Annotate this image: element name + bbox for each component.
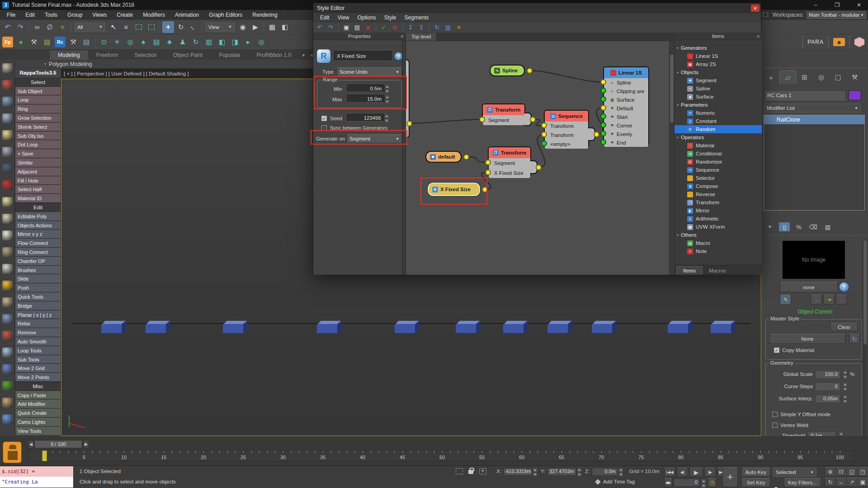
time-configuration-icon[interactable]: ◷ <box>708 478 717 487</box>
lister-icon[interactable]: ▤ <box>151 36 162 48</box>
undo-icon[interactable]: ↶ <box>2 21 14 33</box>
maximize-viewport-icon[interactable]: ▣ <box>857 478 868 487</box>
x-coordinate-field[interactable]: -610.3318m <box>503 468 532 476</box>
se-delete-icon[interactable]: × <box>363 23 373 32</box>
left-dock-icon-21[interactable] <box>2 398 13 408</box>
rappatools-button-view-tools[interactable]: View Tools <box>15 427 61 436</box>
screenshot-icon[interactable]: ◉ <box>833 38 845 46</box>
forest-tools-icon[interactable]: ⚒ <box>28 36 40 48</box>
se-refresh-icon[interactable]: ↻ <box>433 23 442 32</box>
node-linear1s-input-spline[interactable] <box>600 79 606 85</box>
rappatools-button-loop[interactable]: Loop <box>15 95 61 104</box>
items-category-generators[interactable]: ▾Generators <box>675 44 762 52</box>
close-button[interactable]: ✕ <box>854 2 863 8</box>
seed-checkbox[interactable]: ✓ <box>321 116 327 121</box>
rappatools-button-chamfer-op[interactable]: Chamfer OP <box>15 257 61 266</box>
master-style-none-button[interactable]: None <box>769 334 845 344</box>
node-sequence-output-port[interactable] <box>594 131 599 137</box>
node-linear1s[interactable]: ◌Linear 1S∿Spline∿Clipping are▦Surface⚑D… <box>603 66 649 146</box>
tab-freeform[interactable]: Freeform <box>88 51 127 60</box>
key-filters-button[interactable]: Key Filters... <box>784 478 821 487</box>
left-dock-icon-22[interactable] <box>2 414 13 424</box>
map-button[interactable]: none <box>780 282 838 292</box>
rappatools-button-shrink-select[interactable]: Shrink Select <box>15 122 61 131</box>
items-item-randomize[interactable]: ⚂Randomize <box>675 158 762 166</box>
node-sequence-input-transform[interactable] <box>541 131 547 137</box>
items-item-note[interactable]: ≡Note <box>675 247 762 255</box>
se-export-icon[interactable]: ↥ <box>417 23 426 32</box>
tab-proribbon-1-0[interactable]: ProRibbon 1.0 <box>249 51 300 60</box>
pan-icon[interactable]: ↔ <box>835 478 847 487</box>
railclone-icon[interactable]: Rc <box>54 36 66 48</box>
seed-field[interactable]: 123456 <box>347 114 384 122</box>
se-paste-icon[interactable]: ▤ <box>353 23 362 32</box>
style-editor-title-bar[interactable]: Style Editor ✕ <box>313 3 761 13</box>
items-category-parameters[interactable]: ▾Parameters <box>675 101 762 109</box>
seed-spinner[interactable]: ▲▼ <box>384 114 389 122</box>
node-transform2[interactable]: ❒TransformSegmentX Fixed Size <box>488 146 531 177</box>
se-menu-style[interactable]: Style <box>380 14 401 21</box>
use-pivot-center-icon[interactable]: ◉ <box>237 21 249 33</box>
left-dock-icon-9[interactable] <box>2 197 13 207</box>
se-menu-edit[interactable]: Edit <box>316 14 334 21</box>
para-button[interactable]: PARA <box>807 39 824 45</box>
rappatools-button-mirror-x-y-z[interactable]: Mirror x y z <box>15 230 61 239</box>
select-by-name-icon[interactable]: ≡ <box>120 21 132 33</box>
items-item-linear-1s[interactable]: ◌Linear 1S <box>675 52 762 60</box>
modifier-railclone[interactable]: RailClone <box>764 115 864 124</box>
node-name-field[interactable]: X Fixed Size <box>334 51 392 61</box>
rappatools-button-quick-tools[interactable]: Quick Tools <box>15 292 61 301</box>
items-item-arithmetic[interactable]: ΣArithmetic <box>675 215 762 223</box>
rappatools-button-adjacent[interactable]: Adjacent <box>15 167 61 176</box>
trees-icon[interactable]: ♠ <box>137 36 149 48</box>
rappatools-button-material-id[interactable]: Material ID <box>15 194 61 203</box>
edit-style-icon[interactable]: ✎ <box>780 295 791 305</box>
railclone-library-icon[interactable]: ▤ <box>80 36 92 48</box>
layers-icon[interactable]: ▥ <box>203 36 215 48</box>
left-dock-icon-19[interactable] <box>2 364 13 374</box>
items-item-array-2s[interactable]: ▦Array 2S <box>675 60 762 68</box>
rappatools-button-push[interactable]: Push <box>15 283 61 292</box>
left-dock-icon-2[interactable] <box>2 80 13 90</box>
viewport-b-icon[interactable]: ◨ <box>229 36 241 48</box>
type-dropdown[interactable]: Scene Units▼ <box>337 67 402 76</box>
rappatools-button-sub-tools[interactable]: Sub Tools <box>15 355 61 364</box>
clear-button[interactable]: Clear <box>830 323 858 331</box>
selection-set-dropdown[interactable]: Selected▼ <box>773 468 816 477</box>
toolbar-overflow-icon[interactable]: ▼ <box>762 12 769 18</box>
items-category-operators[interactable]: ▾Operators <box>675 133 762 141</box>
rappatools-button-sub-object[interactable]: Sub Object <box>15 87 61 96</box>
transform-type-in-icon[interactable]: ✛ <box>479 468 486 474</box>
rectangular-selection-icon[interactable] <box>133 21 145 33</box>
left-dock-icon-6[interactable] <box>2 147 13 157</box>
menu-modifiers[interactable]: Modifiers <box>138 10 170 20</box>
select-manipulate-icon[interactable]: ▶ <box>250 21 261 33</box>
zoom-extents-all-icon[interactable]: ◳ <box>857 467 868 476</box>
menu-graph-editors[interactable]: Graph Editors <box>204 10 247 20</box>
rappatools-button-sub-obj-iso[interactable]: Sub Obj Iso <box>15 131 61 141</box>
menu-file[interactable]: File <box>2 10 20 20</box>
time-slider-next-icon[interactable]: ▶ <box>83 440 89 448</box>
rappatools-button-ring-connect[interactable]: Ring Connect <box>15 248 61 257</box>
node-default-output-port[interactable] <box>463 154 469 160</box>
previous-frame-icon[interactable]: ◀| <box>677 468 688 477</box>
left-dock-icon-16[interactable] <box>2 314 13 324</box>
items-item-constant[interactable]: 2Constant <box>675 117 762 125</box>
items-category-others[interactable]: ▾Others <box>675 231 762 239</box>
items-item-conditional[interactable]: ⊟Conditional <box>675 150 762 158</box>
node-linear1s-input-corner[interactable] <box>600 122 606 128</box>
menu-views[interactable]: Views <box>87 10 112 20</box>
node-linear1s-input-evenly[interactable] <box>600 131 606 136</box>
time-slider[interactable]: 0 / 100 <box>34 440 82 448</box>
zoom-window-icon[interactable]: ⊡ <box>835 467 847 476</box>
workspaces-dropdown[interactable]: Main Toolbar - modular▼ <box>807 11 866 19</box>
node-transform2-output-port[interactable] <box>536 164 542 170</box>
rappatools-button-add-modifier[interactable]: Add Modifier <box>15 399 61 408</box>
bind-to-spacewarp-icon[interactable]: ≈ <box>57 21 68 33</box>
key-mode-toggle-icon[interactable]: ◀▶ <box>664 478 672 487</box>
items-item-uvw-xform[interactable]: ▦UVW XForm <box>675 223 762 231</box>
se-menu-view[interactable]: View <box>334 14 354 21</box>
node-transform2-input-segment[interactable] <box>485 160 491 165</box>
node-linear1s-input-start[interactable] <box>600 113 606 119</box>
menu-create[interactable]: Create <box>112 10 138 20</box>
